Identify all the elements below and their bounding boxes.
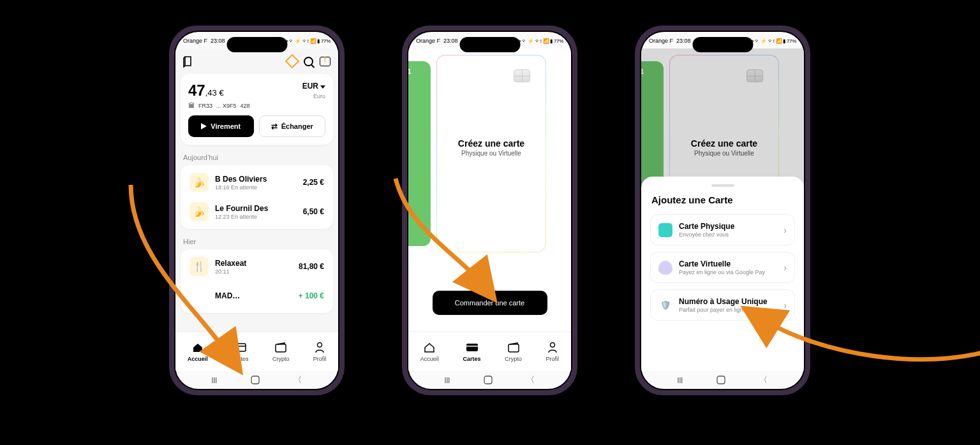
phone-shadow: [209, 402, 305, 413]
chevron-down-icon: [320, 85, 325, 89]
echanger-button[interactable]: ⇄ Échanger: [259, 115, 326, 137]
annotation-arrow-1: [118, 179, 258, 376]
sheet-title: Ajoutez une Carte: [650, 194, 795, 205]
virtual-card-icon: [658, 261, 672, 275]
notch: [692, 37, 753, 52]
chevron-right-icon: ›: [783, 263, 787, 273]
balance-card: 47,43 € FR33 ... X9F5 428 EUR Euro: [181, 74, 333, 145]
sheet-handle[interactable]: [711, 184, 734, 187]
balance-int: 47: [188, 82, 205, 99]
svg-point-8: [550, 343, 554, 347]
recent-apps-icon[interactable]: lll: [212, 376, 218, 385]
nav-profil[interactable]: Profil: [546, 341, 560, 362]
premium-icon[interactable]: [285, 54, 300, 69]
phone-shadow: [442, 402, 538, 413]
wallet-icon: [274, 341, 287, 354]
carrier: Orange F: [183, 38, 207, 44]
phone-shadow: [675, 402, 771, 413]
svg-rect-7: [509, 344, 519, 352]
nav-accueil[interactable]: Accueil: [420, 341, 439, 362]
recent-apps-icon[interactable]: lll: [678, 376, 683, 385]
app-logo-icon: [183, 55, 195, 68]
option-physical-card[interactable]: Carte PhysiqueEnvoyée chez vous ›: [650, 214, 795, 245]
iban-part2: ... X9F5: [216, 103, 237, 109]
home-button-icon[interactable]: [716, 376, 725, 384]
nav-crypto[interactable]: Crypto: [505, 341, 522, 362]
support-icon[interactable]: [320, 57, 330, 66]
annotation-arrow-2: [383, 172, 510, 306]
home-button-icon[interactable]: [251, 376, 260, 384]
notch: [459, 37, 520, 52]
profile-icon: [313, 341, 326, 354]
bank-icon: [188, 102, 195, 109]
balance-dec: ,43 €: [205, 88, 224, 98]
search-icon[interactable]: [304, 57, 313, 66]
iban-part1: FR33: [198, 103, 212, 109]
back-icon[interactable]: 〈: [526, 374, 535, 386]
back-icon[interactable]: 〈: [293, 374, 302, 386]
notch: [226, 37, 287, 52]
currency-selector[interactable]: EUR Euro: [302, 82, 325, 99]
option-virtual-card[interactable]: Carte VirtuellePayez en ligne ou via Goo…: [650, 252, 795, 283]
profile-icon: [546, 341, 559, 354]
wallet-icon: [507, 341, 520, 354]
send-icon: [201, 123, 207, 129]
svg-point-3: [318, 343, 322, 347]
home-button-icon[interactable]: [484, 376, 493, 384]
physical-card-icon: [658, 223, 672, 237]
card-chip-icon: [514, 69, 530, 82]
virement-button[interactable]: Virement: [188, 115, 254, 137]
chevron-right-icon: ›: [783, 225, 787, 235]
shield-icon: 🛡️: [658, 298, 672, 312]
recent-apps-icon[interactable]: lll: [445, 376, 450, 385]
status-time: 23:08: [211, 38, 225, 44]
section-today: Aujourd’hui: [183, 154, 333, 161]
svg-rect-10: [717, 376, 725, 384]
card-icon: [466, 341, 479, 354]
swap-icon: ⇄: [271, 122, 278, 131]
android-nav: lll 〈: [408, 371, 571, 389]
svg-rect-4: [251, 376, 259, 384]
svg-rect-5: [466, 344, 478, 351]
home-icon: [423, 341, 436, 354]
nav-profil[interactable]: Profil: [313, 341, 327, 362]
bottom-nav: Accueil Cartes Crypto Profil: [408, 332, 571, 371]
iban-part3: 428: [241, 103, 250, 109]
battery-pct: 77%: [321, 38, 330, 44]
svg-rect-9: [484, 376, 492, 384]
nav-crypto[interactable]: Crypto: [272, 341, 290, 362]
nav-cartes[interactable]: Cartes: [463, 341, 481, 362]
svg-rect-2: [276, 344, 286, 352]
annotation-arrow-3: [746, 306, 980, 376]
